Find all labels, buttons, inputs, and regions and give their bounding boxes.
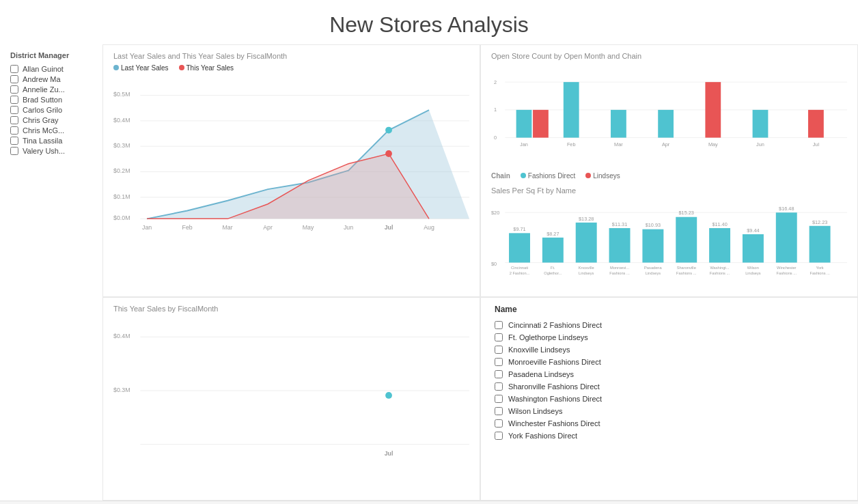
svg-rect-61 (609, 228, 631, 262)
svg-text:2: 2 (494, 79, 497, 85)
bottom-line-svg: $0.4M $0.3M Jul (113, 317, 469, 467)
svg-text:$16.48: $16.48 (779, 206, 794, 212)
legend-item-label: Wilson Lindseys (508, 407, 562, 415)
manager-item[interactable]: Valery Ush... (10, 147, 92, 155)
svg-text:Fashions ...: Fashions ... (609, 271, 630, 275)
manager-label: Carlos Grilo (23, 106, 62, 114)
manager-checkbox[interactable] (10, 137, 18, 145)
svg-point-14 (385, 127, 392, 134)
chart-legend: Last Year Sales This Year Sales (113, 64, 469, 72)
name-legend-item[interactable]: Cincinnati 2 Fashions Direct (495, 321, 844, 329)
legend-checkbox[interactable] (495, 407, 503, 415)
manager-item[interactable]: Chris Gray (10, 116, 92, 124)
legend-checkbox[interactable] (495, 358, 503, 366)
manager-item[interactable]: Chris McG... (10, 126, 92, 135)
bottom-line-panel: This Year Sales by FiscalMonth $0.4M $0.… (102, 297, 480, 501)
svg-text:$11.31: $11.31 (612, 221, 627, 227)
legend-checkbox[interactable] (495, 346, 503, 354)
svg-rect-81 (776, 212, 797, 262)
name-legend-title: Name (495, 305, 844, 314)
svg-rect-65 (642, 229, 663, 263)
manager-item[interactable]: Brad Sutton (10, 96, 92, 104)
svg-text:Jun: Jun (344, 224, 353, 231)
legend-item-label: York Fashions Direct (508, 432, 577, 440)
svg-text:Cincinnati: Cincinnati (511, 266, 528, 270)
manager-item[interactable]: Carlos Grilo (10, 106, 92, 114)
svg-text:Aug: Aug (424, 224, 434, 231)
manager-item[interactable]: Annelie Zu... (10, 85, 92, 94)
manager-label: Chris McG... (23, 126, 64, 135)
manager-checkbox[interactable] (10, 75, 18, 83)
svg-rect-33 (611, 110, 626, 138)
manager-item[interactable]: Tina Lassila (10, 137, 92, 145)
svg-text:$0.1M: $0.1M (113, 193, 130, 200)
svg-rect-31 (533, 110, 549, 138)
manager-item[interactable]: Andrew Ma (10, 75, 92, 83)
name-legend-item[interactable]: Ft. Oglethorpe Lindseys (495, 333, 844, 341)
sqft-chart: Sales Per Sq Ft by Name $20 $0 $9.71 Cin… (491, 186, 847, 290)
svg-rect-37 (808, 110, 824, 138)
name-legend-item[interactable]: Washington Fashions Direct (495, 395, 844, 403)
svg-text:Mar: Mar (223, 224, 233, 231)
name-legend-list: Cincinnati 2 Fashions DirectFt. Oglethor… (495, 321, 844, 440)
open-store-title: Open Store Count by Open Month and Chain (491, 52, 847, 60)
svg-text:$9.71: $9.71 (513, 226, 525, 232)
svg-text:May: May (708, 141, 718, 148)
legend-checkbox[interactable] (495, 382, 503, 391)
svg-text:$12.23: $12.23 (812, 219, 827, 225)
svg-rect-69 (676, 217, 697, 263)
svg-rect-36 (753, 110, 769, 138)
svg-text:Jan: Jan (520, 141, 528, 148)
manager-item[interactable]: Allan Guinot (10, 65, 92, 73)
svg-text:Fashions ...: Fashions ... (676, 271, 697, 275)
name-legend-item[interactable]: York Fashions Direct (495, 432, 844, 440)
manager-checkbox[interactable] (10, 85, 18, 94)
name-legend-item[interactable]: Winchester Fashions Direct (495, 419, 844, 428)
manager-checkbox[interactable] (10, 116, 18, 124)
manager-checkbox[interactable] (10, 126, 18, 135)
name-legend-item[interactable]: Wilson Lindseys (495, 407, 844, 415)
page-title: New Stores Analysis (0, 0, 858, 44)
sidebar: District Manager Allan GuinotAndrew MaAn… (0, 44, 102, 501)
name-legend-item[interactable]: Knoxville Lindseys (495, 346, 844, 354)
name-legend-item[interactable]: Monroeville Fashions Direct (495, 358, 844, 366)
svg-text:Lindseys: Lindseys (579, 271, 594, 275)
svg-text:Jul: Jul (385, 224, 393, 231)
legend-item-label: Monroeville Fashions Direct (508, 358, 601, 366)
legend-checkbox[interactable] (495, 395, 503, 403)
svg-text:Ft.: Ft. (551, 266, 555, 270)
manager-checkbox[interactable] (10, 96, 18, 104)
legend-checkbox[interactable] (495, 432, 503, 440)
legend-checkbox[interactable] (495, 370, 503, 378)
manager-checkbox[interactable] (10, 106, 18, 114)
svg-text:Knoxville: Knoxville (579, 266, 594, 270)
svg-text:$11.40: $11.40 (712, 221, 727, 227)
legend-item-label: Winchester Fashions Direct (508, 419, 600, 428)
right-charts-panel: Open Store Count by Open Month and Chain… (480, 44, 858, 297)
svg-rect-32 (564, 82, 579, 137)
svg-text:York: York (816, 266, 824, 270)
line-chart-svg: $0.5M $0.4M $0.3M $0.2M $0.1M $0.0M (113, 75, 469, 232)
svg-rect-57 (576, 223, 597, 263)
name-legend-panel: Name Cincinnati 2 Fashions DirectFt. Ogl… (480, 297, 858, 501)
legend-checkbox[interactable] (495, 321, 503, 329)
manager-checkbox[interactable] (10, 147, 18, 155)
open-store-svg: 2 1 0 (491, 64, 847, 167)
sqft-svg: $20 $0 $9.71 Cincinnati 2 Fashion... $8. (491, 199, 847, 288)
open-store-chart: Open Store Count by Open Month and Chain… (491, 52, 847, 180)
svg-rect-77 (743, 234, 764, 263)
svg-text:Feb: Feb (182, 224, 193, 231)
name-legend-item[interactable]: Pasadena Lindseys (495, 370, 844, 378)
legend-checkbox[interactable] (495, 419, 503, 428)
manager-checkbox[interactable] (10, 65, 18, 73)
this-year-legend: This Year Sales (179, 64, 234, 72)
line-chart-title: Last Year Sales and This Year Sales by F… (113, 52, 469, 60)
svg-text:Lindseys: Lindseys (646, 271, 661, 275)
name-legend-item[interactable]: Sharonville Fashions Direct (495, 382, 844, 391)
legend-checkbox[interactable] (495, 333, 503, 341)
svg-text:$0.3M: $0.3M (113, 387, 130, 393)
manager-label: Andrew Ma (23, 75, 61, 83)
lindseys-legend: Lindseys (585, 172, 620, 180)
last-year-legend: Last Year Sales (113, 64, 169, 72)
svg-text:$0: $0 (491, 261, 497, 267)
